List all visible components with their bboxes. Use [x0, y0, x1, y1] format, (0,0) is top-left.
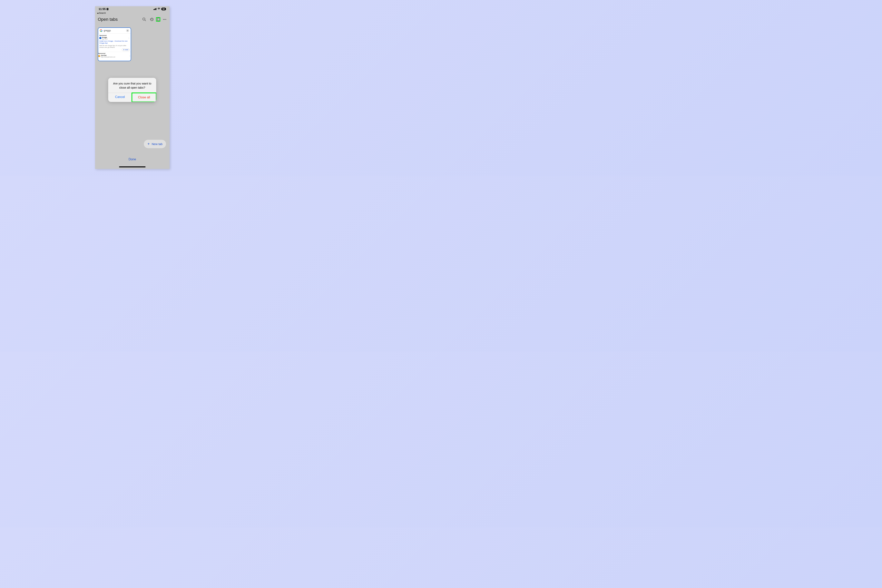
new-tab-button[interactable]: + New tab [144, 140, 166, 148]
svg-point-11 [165, 19, 166, 20]
result-link: Install now | Greggs - Download the new … [99, 40, 129, 44]
close-tab-button[interactable]: ✕ [126, 29, 129, 32]
result-source: App Store [102, 38, 108, 40]
google-g-icon [100, 29, 102, 32]
svg-line-3 [145, 20, 146, 21]
history-icon[interactable] [150, 17, 154, 21]
sponsored-label-2: Sponsored [98, 53, 131, 54]
greggs-favicon [99, 37, 101, 39]
back-triangle-icon: ◀ [97, 12, 98, 14]
tab-thumbnail[interactable]: greggs ✕ Sponsored Greggs App Store ⋮ In… [98, 27, 131, 61]
tab-title: greggs [104, 29, 125, 32]
svg-point-2 [143, 18, 145, 20]
result-kebab-icon-2: ⋮ [129, 55, 131, 57]
more-icon[interactable] [162, 17, 167, 21]
done-button[interactable]: Done [95, 158, 170, 161]
result-title: Greggs [102, 36, 108, 38]
svg-point-1 [107, 8, 108, 9]
tab-groups-icon[interactable] [156, 17, 160, 21]
status-bar: 11:55 92 [95, 6, 170, 12]
signal-icon [153, 8, 156, 10]
svg-rect-5 [158, 18, 159, 21]
result-title-2: Just Eat [101, 54, 115, 56]
cancel-button[interactable]: Cancel [108, 93, 132, 102]
page-header: Open tabs [95, 15, 170, 25]
battery-indicator: 92 [161, 8, 166, 10]
close-all-button[interactable]: Close all [132, 93, 156, 102]
result-description: With the new Greggs App, it's not just c… [99, 45, 129, 48]
back-label: Search [99, 12, 106, 14]
plus-icon: + [147, 142, 150, 146]
new-tab-label: New tab [152, 142, 162, 146]
profile-icon [106, 8, 109, 10]
dialog-message: Are you sure that you want to close all … [108, 78, 156, 93]
tab-content-preview: Sponsored Greggs App Store ⋮ Install now… [98, 33, 131, 58]
svg-point-9 [163, 19, 164, 20]
result-url-2: https://www.just-eat.co.uk [101, 56, 115, 58]
confirm-dialog: Are you sure that you want to close all … [108, 78, 156, 102]
search-icon[interactable] [142, 17, 146, 21]
clock: 11:55 [99, 8, 106, 10]
page-title: Open tabs [98, 17, 118, 22]
svg-point-10 [164, 19, 165, 20]
back-to-search[interactable]: ◀ Search [95, 12, 170, 15]
home-indicator[interactable] [119, 166, 146, 167]
wifi-icon [158, 8, 160, 10]
sponsored-label: Sponsored [99, 35, 129, 36]
result-kebab-icon: ⋮ [128, 37, 129, 39]
phone-frame: 11:55 92 ◀ Search Open tabs [95, 6, 170, 169]
justeat-favicon [98, 55, 100, 57]
install-button: ⬇ Install [122, 49, 129, 51]
